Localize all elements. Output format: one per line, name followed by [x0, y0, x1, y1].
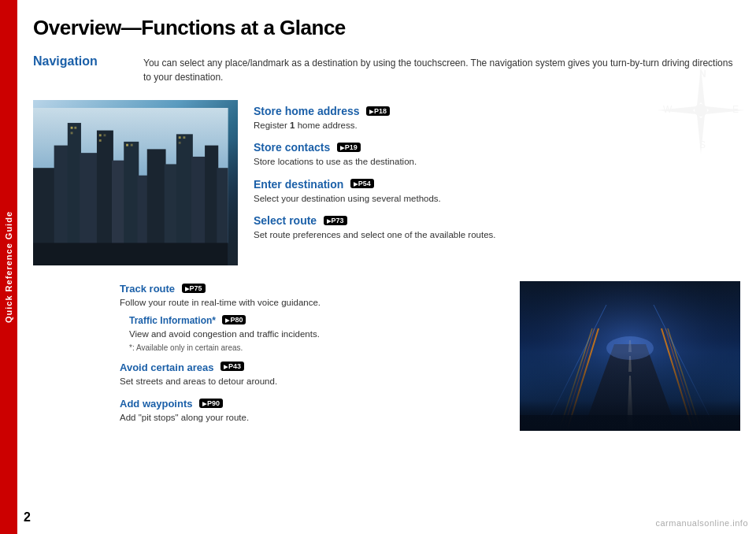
- highway-image: [520, 281, 740, 431]
- lower-block: Track route P75 Follow your route in rea…: [120, 281, 740, 432]
- feature-add-waypoints: Add waypoints P90 Add "pit stops" along …: [120, 396, 504, 425]
- svg-rect-28: [520, 281, 740, 431]
- feature-badge-avoid-areas: P43: [220, 362, 244, 371]
- svg-rect-20: [99, 139, 102, 142]
- sidebar-tab-label: Quick Reference Guide: [4, 211, 13, 323]
- feature-store-contacts: Store contacts P19 Store locations to us…: [254, 140, 740, 169]
- svg-rect-24: [183, 136, 185, 139]
- feature-desc-avoid-areas: Set streets and areas to detour around.: [120, 375, 504, 388]
- feature-desc-traffic-info: View and avoid congestion and traffic in…: [129, 328, 504, 341]
- feature-title-add-waypoints: Add waypoints: [120, 398, 192, 410]
- svg-rect-17: [71, 132, 73, 134]
- feature-desc-store-contacts: Store locations to use as the destinatio…: [254, 155, 740, 169]
- main-content: Overview—Functions at a Glance Navigatio…: [17, 0, 756, 534]
- traffic-info-block: Traffic Information* P80 View and avoid …: [129, 313, 504, 351]
- lower-features: Track route P75 Follow your route in rea…: [120, 281, 504, 432]
- svg-rect-26: [33, 243, 228, 265]
- upper-block: Store home address P18 Register 1 home a…: [33, 100, 740, 265]
- svg-point-41: [606, 336, 654, 360]
- svg-rect-16: [74, 127, 76, 129]
- feature-desc-enter-destination: Select your destination using several me…: [254, 192, 740, 206]
- feature-enter-destination: Enter destination P54 Select your destin…: [254, 177, 740, 206]
- city-image: [33, 100, 238, 265]
- highway-svg: [520, 281, 740, 431]
- feature-badge-store-home: P18: [366, 106, 390, 116]
- feature-title-traffic-info: Traffic Information*: [129, 315, 216, 326]
- svg-rect-42: [520, 415, 740, 431]
- navigation-section: Navigation You can select any place/land…: [33, 54, 740, 84]
- feature-desc-select-route: Set route preferences and select one of …: [254, 228, 740, 242]
- traffic-info-note: *: Available only in certain areas.: [129, 343, 504, 352]
- feature-title-track-route: Track route: [120, 283, 175, 295]
- feature-avoid-areas: Avoid certain areas P43 Set streets and …: [120, 360, 504, 388]
- svg-rect-22: [131, 144, 133, 146]
- nav-label: Navigation: [33, 54, 143, 84]
- svg-rect-23: [179, 136, 181, 139]
- feature-badge-add-waypoints: P90: [199, 399, 223, 408]
- feature-title-select-route: Select route: [254, 214, 317, 227]
- feature-desc-add-waypoints: Add "pit stops" along your route.: [120, 411, 504, 425]
- svg-rect-25: [179, 142, 181, 144]
- feature-select-route: Select route P73 Set route preferences a…: [254, 213, 740, 242]
- svg-rect-21: [126, 144, 128, 146]
- feature-badge-enter-destination: P54: [350, 179, 374, 188]
- svg-marker-29: [583, 344, 677, 431]
- feature-badge-store-contacts: P19: [337, 143, 361, 152]
- page-title: Overview—Functions at a Glance: [33, 16, 740, 40]
- nav-description: You can select any place/landmark as a d…: [143, 54, 740, 84]
- feature-badge-select-route: P73: [324, 216, 347, 225]
- svg-rect-18: [99, 134, 102, 136]
- svg-rect-19: [104, 134, 106, 136]
- feature-badge-track-route: P75: [182, 284, 206, 293]
- feature-title-avoid-areas: Avoid certain areas: [120, 362, 213, 373]
- feature-badge-traffic-info: P80: [222, 315, 246, 324]
- feature-desc-store-home: Register 1 home address.: [254, 119, 740, 132]
- svg-rect-15: [71, 127, 73, 129]
- feature-desc-track-route: Follow your route in real-time with voic…: [120, 296, 504, 310]
- svg-marker-31: [628, 356, 632, 372]
- svg-marker-30: [627, 376, 633, 431]
- city-buildings-svg: [33, 108, 228, 265]
- feature-title-store-contacts: Store contacts: [254, 141, 330, 154]
- feature-title-store-home: Store home address: [254, 105, 360, 117]
- features-list: Store home address P18 Register 1 home a…: [254, 100, 740, 265]
- nav-label-text: Navigation: [33, 54, 98, 68]
- feature-store-home: Store home address P18 Register 1 home a…: [254, 104, 740, 132]
- sidebar-tab: Quick Reference Guide: [0, 0, 17, 534]
- feature-track-route: Track route P75 Follow your route in rea…: [120, 281, 504, 352]
- feature-title-enter-destination: Enter destination: [254, 178, 343, 191]
